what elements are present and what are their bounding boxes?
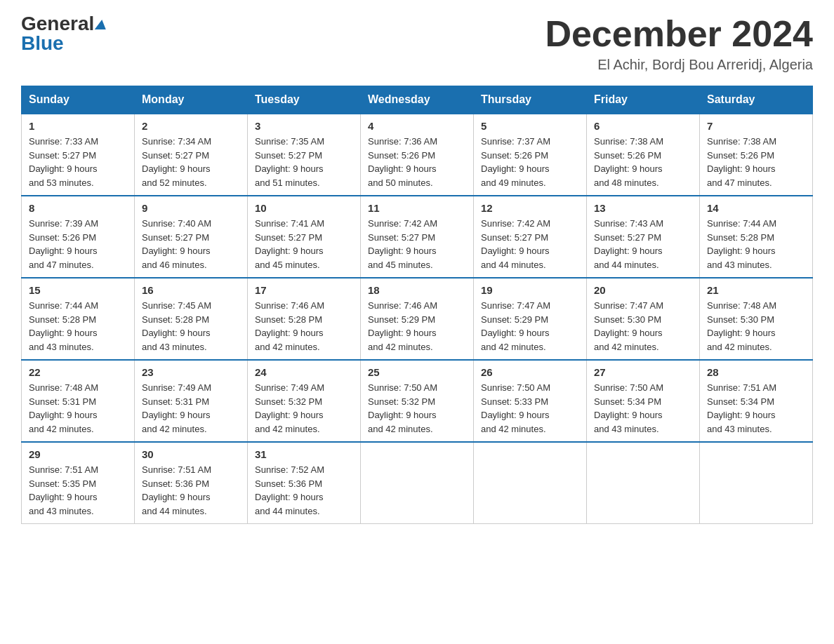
day-info: Sunrise: 7:51 AM Sunset: 5:36 PM Dayligh… xyxy=(142,463,240,518)
day-info: Sunrise: 7:39 AM Sunset: 5:26 PM Dayligh… xyxy=(29,217,127,271)
calendar-cell: 24 Sunrise: 7:49 AM Sunset: 5:32 PM Dayl… xyxy=(248,360,361,442)
calendar-header-row: SundayMondayTuesdayWednesdayThursdayFrid… xyxy=(22,86,813,114)
day-number: 3 xyxy=(255,120,353,132)
day-info: Sunrise: 7:48 AM Sunset: 5:31 PM Dayligh… xyxy=(29,381,127,436)
day-number: 6 xyxy=(594,120,692,132)
calendar-cell: 29 Sunrise: 7:51 AM Sunset: 5:35 PM Dayl… xyxy=(22,442,135,524)
day-info: Sunrise: 7:45 AM Sunset: 5:28 PM Dayligh… xyxy=(142,299,240,354)
calendar-table: SundayMondayTuesdayWednesdayThursdayFrid… xyxy=(21,86,813,524)
day-number: 29 xyxy=(29,448,127,460)
month-title: December 2024 xyxy=(545,14,813,54)
day-number: 27 xyxy=(594,366,692,378)
day-number: 20 xyxy=(594,284,692,296)
day-number: 11 xyxy=(368,202,466,214)
day-info: Sunrise: 7:46 AM Sunset: 5:29 PM Dayligh… xyxy=(368,299,466,354)
day-number: 28 xyxy=(707,366,805,378)
calendar-cell: 27 Sunrise: 7:50 AM Sunset: 5:34 PM Dayl… xyxy=(587,360,700,442)
calendar-day-header: Sunday xyxy=(22,86,135,114)
day-info: Sunrise: 7:46 AM Sunset: 5:28 PM Dayligh… xyxy=(255,299,353,354)
day-info: Sunrise: 7:48 AM Sunset: 5:30 PM Dayligh… xyxy=(707,299,805,354)
logo-general-text: General xyxy=(21,14,94,34)
day-number: 4 xyxy=(368,120,466,132)
calendar-cell: 5 Sunrise: 7:37 AM Sunset: 5:26 PM Dayli… xyxy=(474,114,587,196)
day-info: Sunrise: 7:50 AM Sunset: 5:34 PM Dayligh… xyxy=(594,381,692,436)
calendar-cell: 26 Sunrise: 7:50 AM Sunset: 5:33 PM Dayl… xyxy=(474,360,587,442)
calendar-cell: 15 Sunrise: 7:44 AM Sunset: 5:28 PM Dayl… xyxy=(22,278,135,360)
calendar-cell: 8 Sunrise: 7:39 AM Sunset: 5:26 PM Dayli… xyxy=(22,196,135,278)
calendar-week-row: 15 Sunrise: 7:44 AM Sunset: 5:28 PM Dayl… xyxy=(22,278,813,360)
day-info: Sunrise: 7:44 AM Sunset: 5:28 PM Dayligh… xyxy=(707,217,805,271)
calendar-cell: 9 Sunrise: 7:40 AM Sunset: 5:27 PM Dayli… xyxy=(135,196,248,278)
day-number: 15 xyxy=(29,284,127,296)
day-info: Sunrise: 7:47 AM Sunset: 5:30 PM Dayligh… xyxy=(594,299,692,354)
calendar-cell: 12 Sunrise: 7:42 AM Sunset: 5:27 PM Dayl… xyxy=(474,196,587,278)
day-number: 10 xyxy=(255,202,353,214)
day-info: Sunrise: 7:47 AM Sunset: 5:29 PM Dayligh… xyxy=(481,299,579,354)
calendar-day-header: Thursday xyxy=(474,86,587,114)
title-section: December 2024 El Achir, Bordj Bou Arreri… xyxy=(545,14,813,73)
day-info: Sunrise: 7:42 AM Sunset: 5:27 PM Dayligh… xyxy=(368,217,466,271)
calendar-cell: 25 Sunrise: 7:50 AM Sunset: 5:32 PM Dayl… xyxy=(361,360,474,442)
day-number: 16 xyxy=(142,284,240,296)
calendar-cell: 31 Sunrise: 7:52 AM Sunset: 5:36 PM Dayl… xyxy=(248,442,361,524)
day-number: 8 xyxy=(29,202,127,214)
calendar-cell: 21 Sunrise: 7:48 AM Sunset: 5:30 PM Dayl… xyxy=(700,278,813,360)
day-number: 26 xyxy=(481,366,579,378)
day-info: Sunrise: 7:40 AM Sunset: 5:27 PM Dayligh… xyxy=(142,217,240,271)
day-number: 12 xyxy=(481,202,579,214)
day-info: Sunrise: 7:38 AM Sunset: 5:26 PM Dayligh… xyxy=(594,135,692,189)
calendar-cell: 11 Sunrise: 7:42 AM Sunset: 5:27 PM Dayl… xyxy=(361,196,474,278)
day-number: 17 xyxy=(255,284,353,296)
calendar-day-header: Friday xyxy=(587,86,700,114)
calendar-cell: 14 Sunrise: 7:44 AM Sunset: 5:28 PM Dayl… xyxy=(700,196,813,278)
day-number: 14 xyxy=(707,202,805,214)
day-number: 23 xyxy=(142,366,240,378)
day-info: Sunrise: 7:51 AM Sunset: 5:34 PM Dayligh… xyxy=(707,381,805,436)
day-info: Sunrise: 7:42 AM Sunset: 5:27 PM Dayligh… xyxy=(481,217,579,271)
day-number: 19 xyxy=(481,284,579,296)
day-info: Sunrise: 7:49 AM Sunset: 5:31 PM Dayligh… xyxy=(142,381,240,436)
day-info: Sunrise: 7:50 AM Sunset: 5:32 PM Dayligh… xyxy=(368,381,466,436)
calendar-cell: 22 Sunrise: 7:48 AM Sunset: 5:31 PM Dayl… xyxy=(22,360,135,442)
calendar-cell: 16 Sunrise: 7:45 AM Sunset: 5:28 PM Dayl… xyxy=(135,278,248,360)
day-number: 21 xyxy=(707,284,805,296)
day-info: Sunrise: 7:43 AM Sunset: 5:27 PM Dayligh… xyxy=(594,217,692,271)
logo: General Blue xyxy=(21,14,107,53)
day-info: Sunrise: 7:44 AM Sunset: 5:28 PM Dayligh… xyxy=(29,299,127,354)
calendar-cell: 20 Sunrise: 7:47 AM Sunset: 5:30 PM Dayl… xyxy=(587,278,700,360)
calendar-day-header: Wednesday xyxy=(361,86,474,114)
day-number: 22 xyxy=(29,366,127,378)
calendar-cell: 1 Sunrise: 7:33 AM Sunset: 5:27 PM Dayli… xyxy=(22,114,135,196)
calendar-cell xyxy=(474,442,587,524)
calendar-cell: 10 Sunrise: 7:41 AM Sunset: 5:27 PM Dayl… xyxy=(248,196,361,278)
day-info: Sunrise: 7:37 AM Sunset: 5:26 PM Dayligh… xyxy=(481,135,579,189)
calendar-cell: 28 Sunrise: 7:51 AM Sunset: 5:34 PM Dayl… xyxy=(700,360,813,442)
day-info: Sunrise: 7:38 AM Sunset: 5:26 PM Dayligh… xyxy=(707,135,805,189)
calendar-cell: 17 Sunrise: 7:46 AM Sunset: 5:28 PM Dayl… xyxy=(248,278,361,360)
calendar-cell: 13 Sunrise: 7:43 AM Sunset: 5:27 PM Dayl… xyxy=(587,196,700,278)
calendar-cell xyxy=(361,442,474,524)
calendar-cell xyxy=(700,442,813,524)
calendar-day-header: Tuesday xyxy=(248,86,361,114)
day-number: 25 xyxy=(368,366,466,378)
calendar-week-row: 22 Sunrise: 7:48 AM Sunset: 5:31 PM Dayl… xyxy=(22,360,813,442)
calendar-week-row: 29 Sunrise: 7:51 AM Sunset: 5:35 PM Dayl… xyxy=(22,442,813,524)
logo-blue-text: Blue xyxy=(21,34,64,53)
day-number: 9 xyxy=(142,202,240,214)
day-number: 2 xyxy=(142,120,240,132)
day-number: 31 xyxy=(255,448,353,460)
day-info: Sunrise: 7:36 AM Sunset: 5:26 PM Dayligh… xyxy=(368,135,466,189)
day-info: Sunrise: 7:49 AM Sunset: 5:32 PM Dayligh… xyxy=(255,381,353,436)
calendar-week-row: 8 Sunrise: 7:39 AM Sunset: 5:26 PM Dayli… xyxy=(22,196,813,278)
calendar-day-header: Saturday xyxy=(700,86,813,114)
day-info: Sunrise: 7:41 AM Sunset: 5:27 PM Dayligh… xyxy=(255,217,353,271)
day-info: Sunrise: 7:35 AM Sunset: 5:27 PM Dayligh… xyxy=(255,135,353,189)
day-number: 13 xyxy=(594,202,692,214)
calendar-week-row: 1 Sunrise: 7:33 AM Sunset: 5:27 PM Dayli… xyxy=(22,114,813,196)
calendar-cell: 7 Sunrise: 7:38 AM Sunset: 5:26 PM Dayli… xyxy=(700,114,813,196)
calendar-cell: 19 Sunrise: 7:47 AM Sunset: 5:29 PM Dayl… xyxy=(474,278,587,360)
day-number: 18 xyxy=(368,284,466,296)
day-number: 7 xyxy=(707,120,805,132)
day-info: Sunrise: 7:34 AM Sunset: 5:27 PM Dayligh… xyxy=(142,135,240,189)
day-number: 1 xyxy=(29,120,127,132)
